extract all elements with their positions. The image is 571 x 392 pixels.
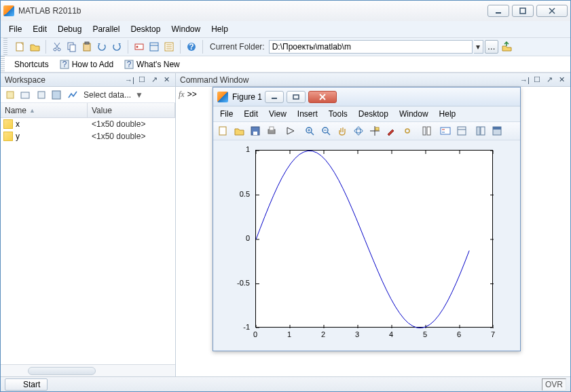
fx-icon: fx bbox=[179, 90, 185, 100]
fig-menu-file[interactable]: File bbox=[215, 108, 238, 120]
browse-folder-icon[interactable]: … bbox=[485, 40, 498, 54]
zoom-in-icon[interactable] bbox=[303, 124, 316, 138]
svg-rect-52 bbox=[423, 127, 426, 135]
hide-plot-tools-icon[interactable] bbox=[455, 124, 468, 138]
cut-icon[interactable] bbox=[50, 40, 64, 54]
pan-icon[interactable] bbox=[335, 124, 349, 138]
link-data-icon[interactable] bbox=[401, 124, 414, 138]
menu-desktop[interactable]: Desktop bbox=[125, 23, 166, 35]
menu-edit[interactable]: Edit bbox=[27, 23, 52, 35]
new-file-icon[interactable] bbox=[13, 40, 26, 54]
menu-parallel[interactable]: Parallel bbox=[87, 23, 125, 35]
how-to-add-link[interactable]: ? How to Add bbox=[54, 60, 119, 69]
table-row[interactable]: x <1x50 double> bbox=[1, 118, 175, 130]
plot-select-icon[interactable] bbox=[66, 88, 79, 102]
panel-dock-icon[interactable]: →| bbox=[520, 75, 530, 85]
fig-menu-insert[interactable]: Insert bbox=[292, 108, 323, 120]
start-button[interactable]: Start bbox=[5, 378, 48, 391]
brush-icon[interactable] bbox=[384, 124, 398, 138]
select-data-dropdown-icon[interactable]: ▼ bbox=[135, 90, 143, 100]
maximize-button[interactable] bbox=[512, 5, 534, 17]
paste-icon[interactable] bbox=[80, 40, 94, 54]
folder-dropdown-button[interactable]: ▾ bbox=[474, 40, 483, 54]
col-value[interactable]: Value bbox=[88, 103, 175, 117]
fig-menu-view[interactable]: View bbox=[263, 108, 292, 120]
panel-undock-icon[interactable]: ↗ bbox=[149, 75, 159, 85]
axes[interactable] bbox=[255, 150, 493, 328]
undo-icon[interactable] bbox=[95, 40, 109, 54]
main-menubar: File Edit Debug Parallel Desktop Window … bbox=[1, 21, 570, 37]
svg-rect-54 bbox=[441, 128, 450, 134]
svg-rect-10 bbox=[70, 45, 75, 52]
svg-rect-15 bbox=[150, 43, 158, 51]
xtick-label: 6 bbox=[457, 330, 461, 338]
open-figure-icon[interactable] bbox=[232, 124, 246, 138]
insert-legend-icon[interactable] bbox=[439, 124, 452, 138]
fig-close-button[interactable] bbox=[308, 91, 337, 103]
workspace-scrollbar[interactable] bbox=[1, 364, 175, 376]
scroll-thumb[interactable] bbox=[28, 367, 96, 375]
parent-folder-icon[interactable] bbox=[500, 40, 513, 54]
current-folder-label: Current Folder: bbox=[210, 42, 265, 52]
svg-point-48 bbox=[356, 127, 361, 135]
prompt: >> bbox=[187, 90, 197, 99]
new-figure-icon[interactable] bbox=[216, 124, 229, 138]
open-file-icon[interactable] bbox=[28, 40, 41, 54]
guide-icon[interactable] bbox=[147, 40, 161, 54]
svg-rect-62 bbox=[493, 127, 501, 130]
panel-close-icon[interactable]: ✕ bbox=[557, 75, 566, 85]
svg-text:?: ? bbox=[62, 60, 67, 69]
save-workspace-icon[interactable] bbox=[50, 88, 63, 102]
svg-line-41 bbox=[311, 132, 314, 135]
fig-maximize-button[interactable] bbox=[287, 91, 306, 103]
data-cursor-icon[interactable] bbox=[368, 124, 382, 138]
edit-plot-icon[interactable] bbox=[284, 124, 297, 138]
ovr-indicator: OVR bbox=[542, 378, 566, 391]
profiler-icon[interactable] bbox=[162, 40, 176, 54]
fig-menu-edit[interactable]: Edit bbox=[238, 108, 263, 120]
menu-help[interactable]: Help bbox=[206, 23, 234, 35]
panel-close-icon[interactable]: ✕ bbox=[162, 75, 171, 85]
menu-file[interactable]: File bbox=[3, 23, 27, 35]
copy-icon[interactable] bbox=[65, 40, 79, 54]
menu-debug[interactable]: Debug bbox=[52, 23, 87, 35]
fig-menu-tools[interactable]: Tools bbox=[323, 108, 353, 120]
fig-menu-help[interactable]: Help bbox=[434, 108, 462, 120]
workspace-panel: Workspace →| ☐ ↗ ✕ Select data... ▼ bbox=[1, 73, 176, 376]
save-figure-icon[interactable] bbox=[248, 124, 262, 138]
ytick-label: -0.5 bbox=[223, 279, 250, 287]
table-row[interactable]: y <1x50 double> bbox=[1, 130, 175, 142]
print-icon[interactable] bbox=[265, 124, 278, 138]
panel-undock-icon[interactable]: ↗ bbox=[545, 75, 554, 85]
panel-restore-icon[interactable]: ☐ bbox=[137, 75, 147, 85]
rotate-3d-icon[interactable] bbox=[352, 124, 365, 138]
minimize-button[interactable] bbox=[487, 5, 509, 17]
help-icon[interactable]: ? bbox=[185, 40, 198, 54]
figure-toolbar bbox=[213, 121, 520, 140]
close-button[interactable] bbox=[536, 5, 568, 17]
zoom-out-icon[interactable] bbox=[319, 124, 333, 138]
svg-rect-51 bbox=[375, 128, 379, 130]
fig-menu-window[interactable]: Window bbox=[394, 108, 434, 120]
open-selection-icon[interactable] bbox=[18, 88, 32, 102]
show-plot-tools-icon[interactable] bbox=[474, 124, 487, 138]
main-window: MATLAB R2011b File Edit Debug Parallel D… bbox=[0, 0, 571, 392]
matlab-logo-icon bbox=[3, 5, 14, 16]
redo-icon[interactable] bbox=[110, 40, 124, 54]
new-variable-icon[interactable] bbox=[3, 88, 17, 102]
panel-dock-icon[interactable]: →| bbox=[125, 75, 134, 85]
fig-minimize-button[interactable] bbox=[265, 91, 284, 103]
dock-figure-icon[interactable] bbox=[490, 124, 504, 138]
col-name[interactable]: Name ▲ bbox=[1, 103, 88, 117]
fig-menu-desktop[interactable]: Desktop bbox=[353, 108, 394, 120]
svg-rect-30 bbox=[52, 91, 60, 99]
figure-titlebar[interactable]: Figure 1 bbox=[213, 87, 520, 106]
simulink-icon[interactable] bbox=[132, 40, 146, 54]
whats-new-link[interactable]: ? What's New bbox=[119, 60, 185, 69]
ytick-label: -1 bbox=[223, 323, 250, 331]
menu-window[interactable]: Window bbox=[166, 23, 206, 35]
import-data-icon[interactable] bbox=[35, 88, 48, 102]
panel-restore-icon[interactable]: ☐ bbox=[532, 75, 542, 85]
insert-colorbar-icon[interactable] bbox=[420, 124, 433, 138]
current-folder-input[interactable] bbox=[269, 40, 473, 54]
